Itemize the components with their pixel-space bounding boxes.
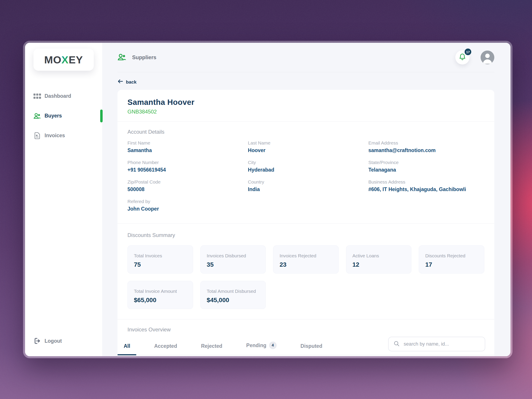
- stat-label: Invoices Rejected: [279, 253, 332, 259]
- tab-disputed[interactable]: Disputed: [294, 340, 329, 355]
- section-title: Invoices Overview: [127, 327, 484, 333]
- back-arrow-icon: [117, 79, 123, 85]
- moxey-logo: MOXEY: [33, 49, 94, 71]
- main-area: Suppliers 17: [102, 43, 511, 356]
- field-city: City Hyderabad: [248, 160, 364, 173]
- field-label: Country: [248, 179, 364, 185]
- buyers-icon: [33, 113, 41, 119]
- field-refered-by: Refered by John Cooper: [127, 199, 243, 212]
- field-value: India: [248, 186, 364, 192]
- invoices-icon: [33, 132, 41, 139]
- stat-total-amount-disbursed: Total Amount Disbursed $45,000: [200, 281, 266, 309]
- invoices-overview-section: Invoices Overview All Accepted: [117, 319, 494, 356]
- stats-grid: Total Invoices 75 Invoices Disbursed 35 …: [127, 245, 484, 309]
- stat-value: $65,000: [134, 297, 187, 304]
- content: back Samantha Hoover GNB384502 Account D…: [102, 72, 511, 356]
- field-value: Samantha: [127, 147, 243, 153]
- page-title: Suppliers: [132, 54, 156, 61]
- tab-label: Disputed: [301, 343, 322, 349]
- field-label: Last Name: [248, 140, 364, 146]
- field-email: Email Address samantha@craftnotion.com: [368, 140, 484, 153]
- sidebar-nav: Dashboard Buyers: [25, 86, 102, 146]
- active-tab-underline: [117, 354, 136, 355]
- grid-icon: [33, 93, 41, 99]
- notification-badge: 17: [465, 49, 471, 55]
- section-title: Discounts Summary: [127, 232, 484, 238]
- field-label: Email Address: [368, 140, 484, 146]
- stat-value: 35: [207, 261, 260, 268]
- back-label: back: [126, 79, 137, 85]
- stat-value: 75: [134, 261, 187, 268]
- sidebar-item-label: Buyers: [44, 113, 62, 119]
- field-label: Refered by: [127, 199, 243, 204]
- stat-invoices-disbursed: Invoices Disbursed 35: [200, 245, 266, 273]
- tab-accepted[interactable]: Accepted: [148, 340, 183, 355]
- stat-total-invoices: Total Invoices 75: [127, 245, 193, 273]
- sidebar-item-invoices[interactable]: Invoices: [25, 126, 102, 146]
- pending-count-badge: 4: [269, 342, 277, 349]
- app-window-inner: MOXEY Dashboard: [25, 43, 511, 356]
- field-business-address: Business Address #606, IT Heights, Khaja…: [368, 179, 484, 192]
- field-label: Phone Number: [127, 160, 243, 165]
- logout-label: Logout: [44, 338, 62, 344]
- discounts-summary-section: Discounts Summary Total Invoices 75 Invo…: [117, 224, 494, 319]
- stat-active-loans: Active Loans 12: [346, 245, 412, 273]
- profile-id: GNB384502: [127, 109, 484, 115]
- account-details-section: Account Details First Name Samantha Last…: [117, 122, 494, 224]
- field-country: Country India: [248, 179, 364, 192]
- field-value: 500008: [127, 186, 243, 192]
- stat-label: Total Invoice Amount: [134, 289, 187, 294]
- profile-header: Samantha Hoover GNB384502: [117, 90, 494, 122]
- profile-name: Samantha Hoover: [127, 98, 484, 107]
- search-input[interactable]: [404, 341, 480, 347]
- stat-value: $45,000: [207, 297, 260, 304]
- invoices-tabs: All Accepted Rejected Pen: [117, 338, 329, 355]
- field-value: John Cooper: [127, 206, 243, 212]
- app-window: MOXEY Dashboard: [23, 41, 513, 358]
- field-value: +91 9056619454: [127, 167, 243, 173]
- active-indicator: [100, 109, 103, 122]
- stat-label: Total Invoices: [134, 253, 187, 259]
- stat-discounts-rejected: Discounts Rejected 17: [419, 245, 484, 273]
- field-first-name: First Name Samantha: [127, 140, 243, 153]
- field-value: Telanagana: [368, 167, 484, 173]
- user-avatar[interactable]: [481, 51, 494, 64]
- account-fields-grid: First Name Samantha Last Name Hoover Ema…: [127, 140, 484, 212]
- topbar-right: 17: [455, 50, 494, 64]
- field-value: Hoover: [248, 147, 364, 153]
- tab-all[interactable]: All: [117, 340, 136, 355]
- logout-icon: [33, 337, 41, 344]
- field-label: First Name: [127, 140, 243, 146]
- stat-label: Invoices Disbursed: [207, 253, 260, 259]
- notifications-button[interactable]: 17: [455, 50, 469, 64]
- tab-label: Accepted: [154, 343, 177, 349]
- stat-total-invoice-amount: Total Invoice Amount $65,000: [127, 281, 193, 309]
- invoice-search: [388, 337, 485, 351]
- sidebar-item-dashboard[interactable]: Dashboard: [25, 86, 102, 106]
- logo-mo: MO: [44, 54, 62, 66]
- field-phone: Phone Number +91 9056619454: [127, 160, 243, 173]
- stat-value: 23: [279, 261, 332, 268]
- field-label: Business Address: [368, 179, 484, 185]
- section-title: Account Details: [127, 129, 484, 135]
- back-link[interactable]: back: [117, 79, 137, 85]
- tab-rejected[interactable]: Rejected: [195, 340, 228, 355]
- logo-x: X: [61, 54, 69, 66]
- sidebar-item-label: Dashboard: [44, 93, 71, 99]
- field-value: Hyderabad: [248, 167, 364, 173]
- stat-value: 12: [352, 261, 405, 268]
- logo-ey: EY: [69, 54, 83, 66]
- logout-button[interactable]: Logout: [25, 333, 102, 349]
- stat-label: Discounts Rejected: [425, 253, 478, 259]
- field-value: #606, IT Heights, Khajaguda, Gachibowli: [368, 186, 484, 192]
- stat-label: Active Loans: [352, 253, 405, 259]
- field-zip: Zip/Postal Code 500008: [127, 179, 243, 192]
- tab-pending[interactable]: Pending 4: [240, 338, 283, 355]
- bell-icon: [459, 53, 466, 62]
- topbar-left: Suppliers: [117, 53, 156, 62]
- stat-invoices-rejected: Invoices Rejected 23: [273, 245, 339, 273]
- search-icon: [393, 341, 400, 348]
- invoices-tab-row: All Accepted Rejected Pen: [117, 337, 494, 355]
- field-label: City: [248, 160, 364, 165]
- sidebar-item-buyers[interactable]: Buyers: [25, 106, 102, 126]
